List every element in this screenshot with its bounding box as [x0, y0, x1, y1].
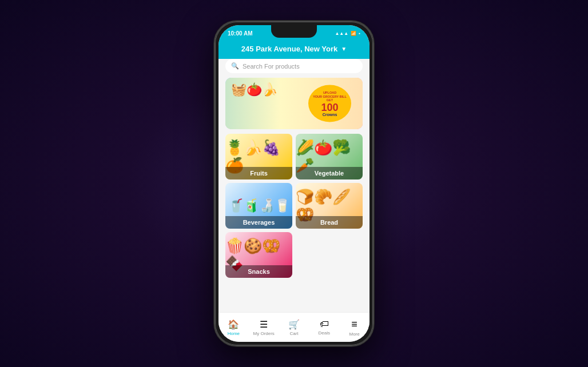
cart-icon: 🛒 — [288, 319, 300, 330]
nav-more[interactable]: ≡ More — [339, 318, 370, 337]
category-vegetable[interactable]: 🌽🍅🥦🥕 Vegetable — [296, 134, 363, 179]
search-icon: 🔍 — [231, 62, 239, 70]
promo-badge: UPLOADYOUR GROCERY BILLGET 100 Crowns — [308, 85, 351, 122]
nav-cart-label: Cart — [289, 331, 298, 336]
nav-cart[interactable]: 🛒 Cart — [279, 319, 309, 336]
promo-currency: Crowns — [323, 112, 337, 116]
chevron-down-icon: ▼ — [341, 46, 347, 52]
snacks-label: Snacks — [225, 265, 292, 278]
promo-banner[interactable]: 🧺🍅🍌 UPLOADYOUR GROCERY BILLGET 100 Crown… — [225, 78, 363, 129]
category-bread[interactable]: 🍞🥐🥖🥨 Bread — [296, 183, 363, 229]
category-fruits[interactable]: 🍍🍌🍇🍊 Fruits — [225, 134, 292, 179]
promo-amount: 100 — [321, 102, 338, 112]
beverages-label: Beverages — [225, 216, 292, 229]
basket-icon: 🧺🍅🍌 — [231, 82, 277, 97]
nav-orders[interactable]: ☰ My Orders — [249, 319, 279, 336]
bottom-nav: 🏠 Home ☰ My Orders 🛒 Cart 🏷 Deals ≡ — [218, 312, 370, 342]
status-time: 10:00 AM — [228, 30, 253, 37]
vegetable-label: Vegetable — [296, 167, 363, 179]
search-placeholder-text: Search For products — [243, 63, 300, 70]
signal-icon: ▲▲▲ — [335, 31, 348, 36]
nav-more-label: More — [349, 332, 359, 337]
header[interactable]: 245 Park Avenue, New York ▼ — [218, 41, 370, 59]
category-beverages[interactable]: 🥤🧃🍶🥛 Beverages — [225, 183, 292, 229]
fruits-label: Fruits — [225, 167, 292, 179]
beverages-icon: 🥤🧃🍶🥛 — [228, 198, 290, 213]
wifi-icon: 📶 — [351, 31, 356, 36]
orders-icon: ☰ — [260, 319, 268, 330]
phone-wrapper: 10:00 AM ▲▲▲ 📶 ▪️ 245 Park Avenue, New Y… — [214, 21, 374, 346]
home-icon: 🏠 — [228, 319, 239, 330]
promo-upload-text: UPLOADYOUR GROCERY BILLGET — [313, 91, 347, 102]
battery-icon: ▪️ — [359, 31, 360, 36]
status-icons: ▲▲▲ 📶 ▪️ — [335, 31, 360, 36]
categories-grid: 🍍🍌🍇🍊 Fruits 🌽🍅🥦🥕 Vegetable 🥤🧃🍶🥛 Beverage… — [218, 134, 370, 312]
nav-deals-label: Deals — [319, 330, 330, 336]
nav-deals[interactable]: 🏷 Deals — [309, 319, 339, 336]
nav-home[interactable]: 🏠 Home — [218, 319, 249, 336]
bread-label: Bread — [296, 216, 363, 229]
notch — [271, 25, 317, 38]
address-text: 245 Park Avenue, New York — [241, 45, 337, 53]
nav-orders-label: My Orders — [253, 331, 275, 336]
deals-icon: 🏷 — [320, 319, 329, 329]
nav-home-label: Home — [228, 331, 240, 336]
phone-frame: 10:00 AM ▲▲▲ 📶 ▪️ 245 Park Avenue, New Y… — [214, 21, 374, 346]
category-snacks[interactable]: 🍿🍪🥨🍫 Snacks — [225, 232, 292, 278]
phone-screen: 10:00 AM ▲▲▲ 📶 ▪️ 245 Park Avenue, New Y… — [218, 25, 370, 342]
more-icon: ≡ — [351, 318, 357, 330]
search-bar[interactable]: 🔍 Search For products — [225, 59, 363, 73]
